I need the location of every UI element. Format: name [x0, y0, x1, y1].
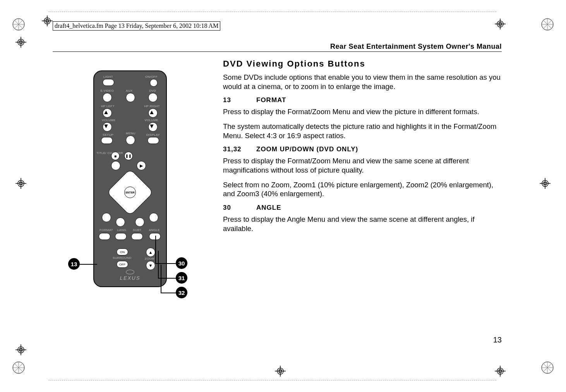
item-name: FORMAT — [256, 96, 286, 104]
crop-line — [48, 380, 496, 380]
title-chapter-button-icon — [111, 161, 120, 170]
subt-button-icon — [131, 233, 143, 240]
zoom-up-button-icon: ▲ — [146, 248, 155, 257]
content-frame: Rear Seat Entertainment System Owner's M… — [53, 43, 502, 352]
menu-button-icon — [126, 135, 135, 145]
leader-line — [80, 264, 97, 265]
callout-32: 32 — [176, 287, 187, 298]
surround-off-button-icon: OFF — [117, 261, 128, 268]
btn-label-volume-r: VOLUME — [144, 118, 158, 122]
enter-button-icon: ENTER — [124, 187, 136, 198]
btn-label-hpright: HP RIGHT — [144, 104, 160, 108]
svideo-button-icon — [103, 93, 112, 102]
item-name: ANGLE — [256, 204, 281, 212]
surround-on-button-icon: ON — [117, 248, 128, 255]
display-button-icon — [148, 137, 159, 144]
pause-button-icon: ❚❚ — [124, 152, 133, 160]
register-cross-icon — [275, 366, 286, 377]
register-cross-icon — [495, 366, 506, 377]
printer-mark-icon — [540, 361, 554, 375]
hp-left-down-icon: ▼ — [103, 122, 112, 132]
setup-button-icon — [101, 137, 113, 144]
leader-line — [158, 251, 159, 279]
register-cross-icon — [42, 15, 53, 26]
btn-label-subt: SUBT. — [133, 228, 142, 232]
page: draft4_helvetica.fm Page 13 Friday, Sept… — [0, 0, 566, 392]
callout-30: 30 — [176, 257, 187, 269]
register-cross-icon — [15, 178, 26, 189]
play-button-icon: ▶ — [137, 161, 146, 170]
item-paragraph: The system automatically detects the pic… — [223, 122, 502, 140]
register-cross-icon — [15, 37, 26, 48]
rewind-icon — [116, 217, 125, 227]
hp-right-down-icon: ▼ — [148, 122, 158, 132]
item-num: 30 — [223, 204, 245, 212]
next-track-icon — [149, 213, 158, 222]
power-button-icon — [150, 79, 158, 87]
btn-label-display: DISPLAY — [146, 133, 160, 137]
angle-button-icon — [149, 233, 161, 240]
register-cross-icon — [15, 344, 26, 355]
item-name: ZOOM UP/DOWN (DVD ONLY) — [256, 146, 358, 153]
hp-right-up-icon: ▲ — [148, 108, 158, 118]
leader-line — [161, 265, 161, 293]
leader-line — [155, 236, 156, 264]
framemaker-header: draft4_helvetica.fm Page 13 Friday, Sept… — [53, 21, 220, 31]
item-num: 13 — [223, 96, 245, 104]
btn-label-onoff: ON/OFF — [145, 75, 158, 79]
item-paragraph: Press to display the Angle Menu and view… — [223, 215, 502, 233]
btn-label-zoom: ZOOM — [145, 257, 154, 260]
item-paragraph: Select from no Zoom, Zoom1 (10% picture … — [223, 180, 502, 199]
lang-button-icon — [115, 233, 127, 240]
register-cross-icon — [495, 19, 506, 29]
rule — [53, 51, 502, 52]
btn-label-svideo: S-VIDEO — [100, 89, 114, 92]
btn-label-surround: SURROUND — [113, 256, 132, 260]
printer-mark-icon — [12, 17, 26, 31]
btn-label-lang: LANG. — [117, 228, 127, 232]
item-label: 30 ANGLE — [223, 204, 502, 212]
dvd-button-icon — [148, 93, 158, 102]
callout-13: 13 — [68, 258, 80, 270]
callout-31: 31 — [176, 272, 187, 284]
btn-label-volume-l: VOLUME — [102, 118, 116, 122]
btn-label-aux: AUX — [126, 89, 132, 92]
zoom-down-button-icon: ▼ — [146, 261, 155, 270]
register-cross-icon — [540, 178, 551, 189]
lexus-logo-icon: LEXUS — [94, 270, 166, 281]
page-number: 13 — [493, 336, 502, 344]
light-button-icon — [103, 79, 114, 86]
stop-button-icon: ■ — [111, 152, 120, 160]
intro-paragraph: Some DVDs include options that enable yo… — [223, 73, 502, 91]
leader-line — [161, 293, 176, 293]
running-head: Rear Seat Entertainment System Owner's M… — [53, 43, 502, 51]
btn-label-hpleft: HP LEFT — [101, 104, 115, 108]
section-heading: DVD Viewing Options Buttons — [223, 59, 502, 69]
ffwd-icon — [135, 217, 144, 227]
btn-label-setup: SETUP — [103, 133, 113, 137]
item-paragraph: Press to display the Format/Zoom Menu an… — [223, 156, 502, 175]
printer-mark-icon — [540, 17, 554, 31]
item-label: 31,32 ZOOM UP/DOWN (DVD ONLY) — [223, 146, 502, 153]
btn-label-menu: MENU — [126, 132, 135, 135]
printer-mark-icon — [12, 361, 26, 375]
prev-track-icon — [102, 213, 111, 222]
btn-label-dvd: DVD — [149, 89, 156, 92]
btn-label-light: LIGHT — [103, 75, 113, 79]
format-button-icon — [99, 233, 110, 240]
item-paragraph: Press to display the Format/Zoom Menu an… — [223, 107, 502, 116]
item-num: 31,32 — [223, 146, 245, 153]
text-column: DVD Viewing Options Buttons Some DVDs in… — [223, 59, 502, 287]
dpad-icon: ENTER — [113, 176, 147, 209]
crop-line — [48, 12, 496, 12]
hp-left-up-icon: ▲ — [103, 108, 112, 118]
btn-label-format: FORMAT — [99, 228, 113, 232]
figure-remote: LIGHT ON/OFF S-VIDEO AUX DVD HP LEFT HP … — [53, 59, 208, 287]
item-label: 13 FORMAT — [223, 96, 502, 104]
btn-label-angle: ANGLE — [149, 228, 160, 232]
aux-button-icon — [126, 93, 135, 102]
